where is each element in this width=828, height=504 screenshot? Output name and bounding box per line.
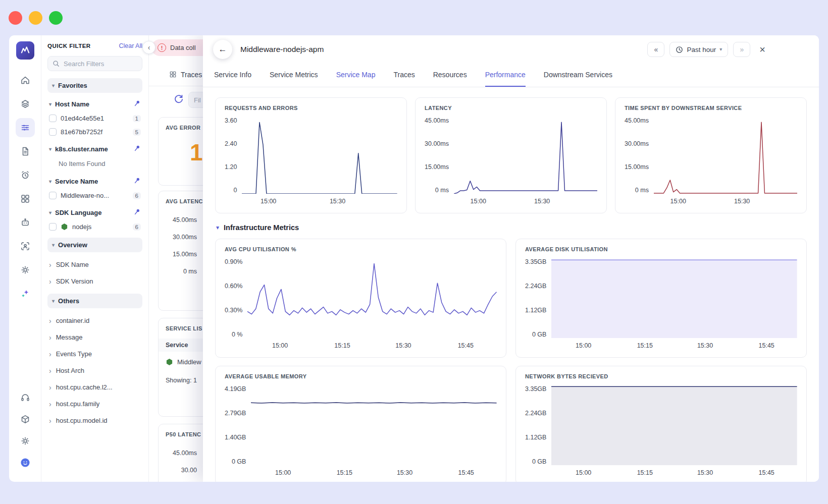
infrastructure-metrics-toggle[interactable]: ▾ Infrastructure Metrics xyxy=(216,223,806,232)
service-name-group-header[interactable]: ▾ Service Name xyxy=(47,174,142,189)
requests-and-errors-card: REQUESTS AND ERRORS 3.602.401.200 15:001… xyxy=(215,97,407,213)
quick-filter-title: QUICK FILTER xyxy=(47,43,91,49)
avg-disk-chart: 3.35GB2.24GB1.12GB0 GB 15:0015:1515:3015… xyxy=(525,258,797,349)
close-window-button[interactable] xyxy=(9,11,22,25)
pin-icon[interactable] xyxy=(134,100,141,108)
chevron-right-icon: › xyxy=(49,278,51,285)
traces-tab-label: Traces xyxy=(181,71,202,79)
app-window: QUICK FILTER Clear All ▾ Favorites ▾ Hos… xyxy=(9,35,819,482)
alerts-alarm-icon[interactable] xyxy=(16,165,35,185)
others-item[interactable]: ›container.id xyxy=(47,312,142,329)
minimize-window-button[interactable] xyxy=(29,11,42,25)
tab-service-metrics[interactable]: Service Metrics xyxy=(270,64,318,87)
tab-traces[interactable]: Traces xyxy=(393,64,415,87)
host-name-group-header[interactable]: ▾ Host Name xyxy=(47,97,142,111)
avg-cpu-card: AVG CPU UTILISATION % 0.90%0.60%0.30%0 %… xyxy=(215,239,506,358)
others-item[interactable]: ›Message xyxy=(47,329,142,346)
plot-area xyxy=(247,258,497,338)
host-name-option[interactable]: 81e67bb7252f 5 xyxy=(47,125,142,139)
others-item[interactable]: ›host.cpu.family xyxy=(47,396,142,412)
assistant-bot-icon[interactable] xyxy=(16,213,35,232)
checkbox[interactable] xyxy=(49,128,57,136)
requests-and-errors-chart: 3.602.401.200 15:0015:30 xyxy=(225,117,397,205)
pin-icon[interactable] xyxy=(134,208,141,217)
p50-latency-y-axis: 45.00ms 30.00 xyxy=(166,450,197,482)
refresh-icon[interactable] xyxy=(173,94,184,105)
filter-input-text: Fil xyxy=(194,96,201,104)
collapse-filter-button[interactable]: ‹ xyxy=(142,41,156,54)
tab-resources[interactable]: Resources xyxy=(433,64,467,87)
y-axis-labels: 3.602.401.200 xyxy=(225,117,242,194)
x-axis-labels: 15:0015:30 xyxy=(654,194,797,205)
integrations-box-icon[interactable] xyxy=(16,410,35,429)
tab-service-info[interactable]: Service Info xyxy=(214,64,251,87)
window-controls xyxy=(9,11,63,25)
chevron-right-icon: › xyxy=(49,367,51,374)
others-item[interactable]: ›Events Type xyxy=(47,346,142,362)
others-item[interactable]: ›host.cpu.cache.l2... xyxy=(47,379,142,396)
chevron-down-icon: ▾ xyxy=(52,243,55,248)
chevron-down-icon: ▾ xyxy=(49,147,51,152)
metrics-list-icon[interactable] xyxy=(16,118,35,137)
y-axis-labels: 45.00ms30.00ms15.00ms0 ms xyxy=(425,117,454,194)
service-name-option[interactable]: Middleware-no... 6 xyxy=(47,189,142,202)
checkbox[interactable] xyxy=(49,192,57,199)
y-axis-labels: 4.19GB2.79GB1.40GB0 GB xyxy=(225,385,251,465)
search-input[interactable] xyxy=(64,60,134,68)
avg-memory-chart: 4.19GB2.79GB1.40GB0 GB 15:0015:1515:3015… xyxy=(225,385,497,476)
time-range-dropdown[interactable]: Past hour ▾ xyxy=(669,42,728,57)
chart-title: NETWORK BYTES RECIEVED xyxy=(525,373,797,379)
time-next-button[interactable]: » xyxy=(733,42,750,57)
option-count: 5 xyxy=(133,129,141,136)
tab-service-map[interactable]: Service Map xyxy=(336,64,376,87)
sdk-language-group-header[interactable]: ▾ SDK Language xyxy=(47,205,142,220)
overview-item-sdk-name[interactable]: › SDK Name xyxy=(47,256,142,273)
services-layers-icon[interactable] xyxy=(16,94,35,114)
checkbox[interactable] xyxy=(49,223,57,231)
checkbox[interactable] xyxy=(49,115,57,122)
others-item[interactable]: ›Host Arch xyxy=(47,362,142,379)
pin-icon[interactable] xyxy=(134,177,141,186)
host-name-option[interactable]: 01ed4c4e55e1 1 xyxy=(47,111,142,125)
settings-gear-icon[interactable] xyxy=(16,260,35,279)
dashboards-grid-icon[interactable] xyxy=(16,189,35,208)
home-icon[interactable] xyxy=(16,71,35,90)
rum-monitor-icon[interactable] xyxy=(16,237,35,256)
search-icon xyxy=(53,60,60,67)
option-count: 6 xyxy=(133,192,141,199)
close-icon[interactable]: × xyxy=(759,44,765,55)
maximize-window-button[interactable] xyxy=(49,11,63,25)
favorites-section-header[interactable]: ▾ Favorites xyxy=(47,78,142,93)
filter-search-box[interactable] xyxy=(47,56,142,71)
logs-document-icon[interactable] xyxy=(16,142,35,161)
user-avatar[interactable] xyxy=(16,453,35,472)
chevron-right-icon: › xyxy=(49,401,51,408)
middleware-logo[interactable] xyxy=(16,41,34,60)
clear-all-link[interactable]: Clear All xyxy=(119,42,142,49)
overlay-tabs: Service Info Service Metrics Service Map… xyxy=(203,64,819,87)
others-section-header[interactable]: ▾ Others xyxy=(47,294,142,308)
chart-title: AVG CPU UTILISATION % xyxy=(225,246,497,252)
others-item[interactable]: ›host.cpu.model.id xyxy=(47,412,142,429)
item-label: SDK Name xyxy=(56,261,89,268)
time-prev-button[interactable]: « xyxy=(647,42,664,57)
others-label: Others xyxy=(58,297,79,305)
nodejs-hexagon-icon xyxy=(166,358,173,366)
chart-title: REQUESTS AND ERRORS xyxy=(225,105,397,111)
sdk-language-option[interactable]: nodejs 6 xyxy=(47,220,142,234)
support-headset-icon[interactable] xyxy=(16,388,35,407)
x-axis-labels: 15:0015:30 xyxy=(242,194,397,205)
latency-card: LATENCY 45.00ms30.00ms15.00ms0 ms 15:001… xyxy=(415,97,607,213)
service-detail-overlay: ← Middleware-nodejs-apm « Past hour ▾ » … xyxy=(203,35,819,482)
tab-performance[interactable]: Performance xyxy=(485,64,526,87)
option-count: 6 xyxy=(133,223,141,231)
overview-section-header[interactable]: ▾ Overview xyxy=(47,238,142,252)
ai-sparkle-icon[interactable] xyxy=(16,284,35,303)
back-button[interactable]: ← xyxy=(213,40,232,59)
overlay-body: REQUESTS AND ERRORS 3.602.401.200 15:001… xyxy=(203,87,819,482)
overview-item-sdk-version[interactable]: › SDK Version xyxy=(47,273,142,290)
k8s-cluster-group-header[interactable]: ▾ k8s.cluster.name xyxy=(47,142,142,156)
pin-icon[interactable] xyxy=(134,145,141,153)
preferences-gear-icon[interactable] xyxy=(16,431,35,451)
tab-downstream-services[interactable]: Downstream Services xyxy=(544,64,612,87)
